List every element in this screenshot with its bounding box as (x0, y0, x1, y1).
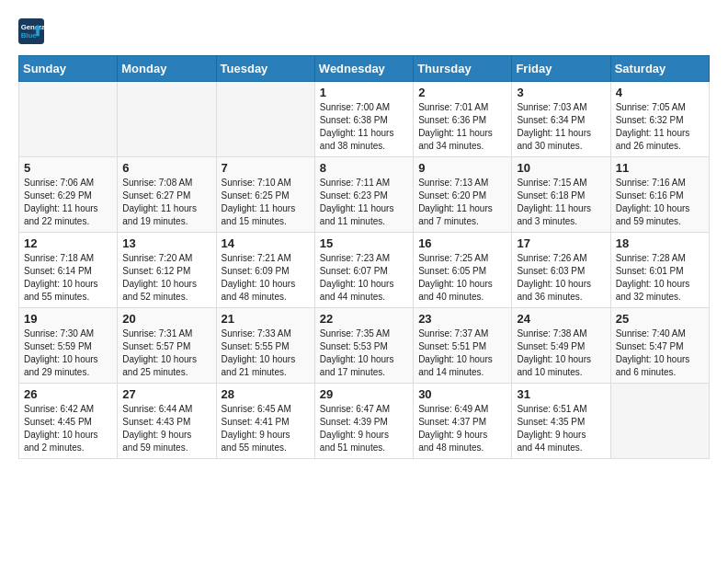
day-info: Sunrise: 7:23 AM Sunset: 6:07 PM Dayligh… (320, 252, 408, 304)
calendar-cell: 30Sunrise: 6:49 AM Sunset: 4:37 PM Dayli… (414, 384, 512, 459)
day-number: 13 (122, 236, 210, 250)
day-number: 7 (222, 161, 310, 175)
day-number: 21 (222, 312, 310, 326)
day-number: 2 (418, 86, 506, 99)
calendar-cell: 10Sunrise: 7:15 AM Sunset: 6:18 PM Dayli… (512, 157, 610, 233)
day-info: Sunrise: 7:13 AM Sunset: 6:20 PM Dayligh… (418, 177, 506, 228)
calendar-cell: 4Sunrise: 7:05 AM Sunset: 6:32 PM Daylig… (610, 82, 709, 157)
day-info: Sunrise: 6:45 AM Sunset: 4:41 PM Dayligh… (222, 403, 310, 454)
calendar-cell (118, 82, 216, 157)
calendar-cell: 16Sunrise: 7:25 AM Sunset: 6:05 PM Dayli… (414, 233, 512, 308)
calendar-week-2: 5Sunrise: 7:06 AM Sunset: 6:29 PM Daylig… (19, 157, 710, 233)
day-info: Sunrise: 7:28 AM Sunset: 6:01 PM Dayligh… (616, 252, 704, 304)
day-number: 16 (418, 236, 506, 250)
day-info: Sunrise: 7:11 AM Sunset: 6:23 PM Dayligh… (320, 177, 408, 228)
calendar-week-3: 12Sunrise: 7:18 AM Sunset: 6:14 PM Dayli… (19, 233, 710, 308)
day-number: 14 (222, 236, 310, 250)
day-number: 24 (517, 312, 605, 326)
day-number: 27 (122, 387, 210, 401)
day-number: 26 (24, 387, 112, 401)
day-info: Sunrise: 6:47 AM Sunset: 4:39 PM Dayligh… (320, 403, 408, 454)
day-info: Sunrise: 7:35 AM Sunset: 5:53 PM Dayligh… (320, 327, 408, 379)
calendar-week-5: 26Sunrise: 6:42 AM Sunset: 4:45 PM Dayli… (19, 384, 710, 459)
day-number: 8 (320, 161, 408, 175)
day-info: Sunrise: 7:25 AM Sunset: 6:05 PM Dayligh… (418, 252, 506, 304)
weekday-header-saturday: Saturday (610, 56, 709, 82)
day-number: 12 (24, 236, 112, 250)
day-number: 3 (517, 86, 605, 99)
calendar-cell: 18Sunrise: 7:28 AM Sunset: 6:01 PM Dayli… (610, 233, 709, 308)
day-info: Sunrise: 7:21 AM Sunset: 6:09 PM Dayligh… (222, 252, 310, 304)
day-info: Sunrise: 7:30 AM Sunset: 5:59 PM Dayligh… (24, 327, 112, 379)
day-info: Sunrise: 7:26 AM Sunset: 6:03 PM Dayligh… (517, 252, 605, 304)
day-number: 22 (320, 312, 408, 326)
calendar-cell: 27Sunrise: 6:44 AM Sunset: 4:43 PM Dayli… (118, 384, 216, 459)
day-info: Sunrise: 7:00 AM Sunset: 6:38 PM Dayligh… (320, 101, 408, 153)
day-number: 19 (24, 312, 112, 326)
calendar-table: SundayMondayTuesdayWednesdayThursdayFrid… (18, 55, 710, 459)
calendar-cell: 12Sunrise: 7:18 AM Sunset: 6:14 PM Dayli… (19, 233, 118, 308)
day-number: 18 (616, 236, 704, 250)
day-number: 1 (320, 86, 408, 99)
day-number: 15 (320, 236, 408, 250)
calendar-cell: 7Sunrise: 7:10 AM Sunset: 6:25 PM Daylig… (216, 157, 314, 233)
day-number: 25 (616, 312, 704, 326)
day-info: Sunrise: 7:10 AM Sunset: 6:25 PM Dayligh… (222, 177, 310, 228)
day-info: Sunrise: 7:20 AM Sunset: 6:12 PM Dayligh… (122, 252, 210, 304)
day-info: Sunrise: 7:31 AM Sunset: 5:57 PM Dayligh… (122, 327, 210, 379)
calendar-cell (610, 384, 709, 459)
calendar-week-4: 19Sunrise: 7:30 AM Sunset: 5:59 PM Dayli… (19, 308, 710, 384)
day-info: Sunrise: 7:40 AM Sunset: 5:47 PM Dayligh… (616, 327, 704, 379)
day-number: 10 (517, 161, 605, 175)
day-number: 17 (517, 236, 605, 250)
day-number: 4 (616, 86, 704, 99)
day-info: Sunrise: 7:06 AM Sunset: 6:29 PM Dayligh… (24, 177, 112, 228)
calendar-cell: 29Sunrise: 6:47 AM Sunset: 4:39 PM Dayli… (314, 384, 413, 459)
day-info: Sunrise: 7:01 AM Sunset: 6:36 PM Dayligh… (418, 101, 506, 153)
day-info: Sunrise: 7:03 AM Sunset: 6:34 PM Dayligh… (517, 101, 605, 153)
calendar-cell: 23Sunrise: 7:37 AM Sunset: 5:51 PM Dayli… (414, 308, 512, 384)
calendar-cell (19, 82, 118, 157)
day-info: Sunrise: 6:44 AM Sunset: 4:43 PM Dayligh… (122, 403, 210, 454)
weekday-header-friday: Friday (512, 56, 610, 82)
calendar-cell: 28Sunrise: 6:45 AM Sunset: 4:41 PM Dayli… (216, 384, 314, 459)
calendar-cell: 6Sunrise: 7:08 AM Sunset: 6:27 PM Daylig… (118, 157, 216, 233)
calendar-cell: 13Sunrise: 7:20 AM Sunset: 6:12 PM Dayli… (118, 233, 216, 308)
calendar-cell: 1Sunrise: 7:00 AM Sunset: 6:38 PM Daylig… (314, 82, 413, 157)
day-info: Sunrise: 6:42 AM Sunset: 4:45 PM Dayligh… (24, 403, 112, 454)
day-info: Sunrise: 7:38 AM Sunset: 5:49 PM Dayligh… (517, 327, 605, 379)
day-number: 6 (122, 161, 210, 175)
day-info: Sunrise: 7:05 AM Sunset: 6:32 PM Dayligh… (616, 101, 704, 153)
day-number: 30 (418, 387, 506, 401)
day-info: Sunrise: 7:37 AM Sunset: 5:51 PM Dayligh… (418, 327, 506, 379)
day-info: Sunrise: 7:15 AM Sunset: 6:18 PM Dayligh… (517, 177, 605, 228)
day-number: 9 (418, 161, 506, 175)
logo-icon: General Blue (18, 18, 44, 44)
weekday-header-tuesday: Tuesday (216, 56, 314, 82)
logo: General Blue (18, 18, 48, 44)
calendar-body: 1Sunrise: 7:00 AM Sunset: 6:38 PM Daylig… (19, 82, 710, 459)
svg-text:General: General (21, 23, 44, 31)
calendar-cell: 21Sunrise: 7:33 AM Sunset: 5:55 PM Dayli… (216, 308, 314, 384)
calendar-cell: 5Sunrise: 7:06 AM Sunset: 6:29 PM Daylig… (19, 157, 118, 233)
day-info: Sunrise: 7:33 AM Sunset: 5:55 PM Dayligh… (222, 327, 310, 379)
calendar-header: SundayMondayTuesdayWednesdayThursdayFrid… (19, 56, 710, 82)
day-number: 23 (418, 312, 506, 326)
day-number: 28 (222, 387, 310, 401)
calendar-cell: 22Sunrise: 7:35 AM Sunset: 5:53 PM Dayli… (314, 308, 413, 384)
calendar-cell: 14Sunrise: 7:21 AM Sunset: 6:09 PM Dayli… (216, 233, 314, 308)
day-number: 31 (517, 387, 605, 401)
calendar-cell: 15Sunrise: 7:23 AM Sunset: 6:07 PM Dayli… (314, 233, 413, 308)
weekday-header-sunday: Sunday (19, 56, 118, 82)
calendar-cell: 24Sunrise: 7:38 AM Sunset: 5:49 PM Dayli… (512, 308, 610, 384)
weekday-header-wednesday: Wednesday (314, 56, 413, 82)
day-info: Sunrise: 6:51 AM Sunset: 4:35 PM Dayligh… (517, 403, 605, 454)
calendar-cell: 20Sunrise: 7:31 AM Sunset: 5:57 PM Dayli… (118, 308, 216, 384)
calendar-cell: 17Sunrise: 7:26 AM Sunset: 6:03 PM Dayli… (512, 233, 610, 308)
weekday-header-monday: Monday (118, 56, 216, 82)
calendar-cell: 11Sunrise: 7:16 AM Sunset: 6:16 PM Dayli… (610, 157, 709, 233)
calendar-cell: 8Sunrise: 7:11 AM Sunset: 6:23 PM Daylig… (314, 157, 413, 233)
day-number: 20 (122, 312, 210, 326)
day-number: 5 (24, 161, 112, 175)
day-info: Sunrise: 6:49 AM Sunset: 4:37 PM Dayligh… (418, 403, 506, 454)
